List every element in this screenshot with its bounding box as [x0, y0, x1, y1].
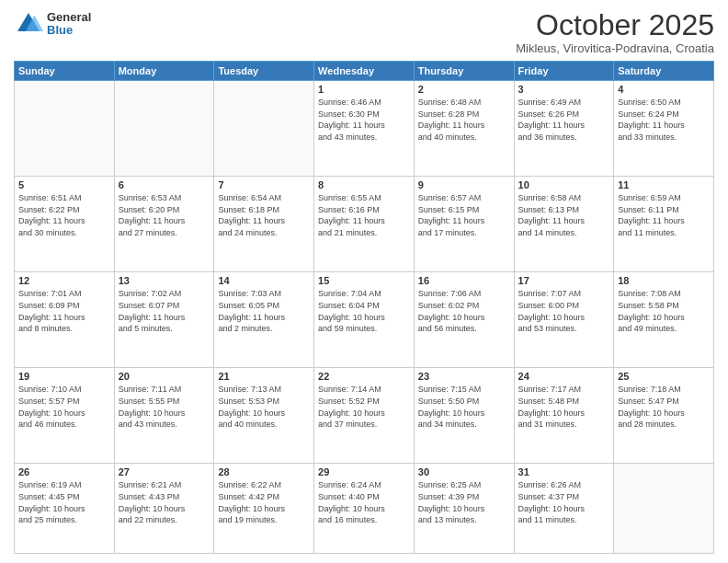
- day-number: 5: [18, 179, 110, 190]
- day-number: 6: [119, 179, 210, 190]
- day-info: Sunrise: 6:46 AM Sunset: 6:30 PM Dayligh…: [318, 97, 410, 143]
- table-row: 20Sunrise: 7:11 AM Sunset: 5:55 PM Dayli…: [114, 368, 214, 464]
- day-info: Sunrise: 7:03 AM Sunset: 6:05 PM Dayligh…: [218, 288, 310, 334]
- logo-general-text: General: [47, 11, 91, 24]
- col-saturday: Saturday: [614, 62, 714, 81]
- location: Mikleus, Virovitica-Podravina, Croatia: [516, 41, 714, 55]
- table-row: 21Sunrise: 7:13 AM Sunset: 5:53 PM Dayli…: [214, 368, 314, 464]
- day-number: 7: [218, 179, 310, 190]
- day-number: 27: [119, 466, 210, 477]
- day-info: Sunrise: 7:13 AM Sunset: 5:53 PM Dayligh…: [218, 384, 310, 430]
- day-number: 19: [18, 371, 110, 382]
- day-info: Sunrise: 7:08 AM Sunset: 5:58 PM Dayligh…: [618, 288, 710, 334]
- day-info: Sunrise: 7:11 AM Sunset: 5:55 PM Dayligh…: [119, 384, 210, 430]
- header: General Blue October 2025 Mikleus, Virov…: [14, 9, 714, 55]
- table-row: [15, 81, 115, 177]
- day-info: Sunrise: 6:53 AM Sunset: 6:20 PM Dayligh…: [119, 192, 210, 238]
- day-number: 21: [218, 371, 310, 382]
- day-number: 13: [119, 275, 210, 286]
- table-row: 11Sunrise: 6:59 AM Sunset: 6:11 PM Dayli…: [614, 177, 714, 272]
- table-row: 28Sunrise: 6:22 AM Sunset: 4:42 PM Dayli…: [214, 464, 314, 554]
- day-number: 11: [618, 179, 710, 190]
- table-row: 9Sunrise: 6:57 AM Sunset: 6:15 PM Daylig…: [414, 177, 514, 272]
- title-section: October 2025 Mikleus, Virovitica-Podravi…: [516, 9, 714, 55]
- day-info: Sunrise: 6:51 AM Sunset: 6:22 PM Dayligh…: [18, 192, 110, 238]
- table-row: 30Sunrise: 6:25 AM Sunset: 4:39 PM Dayli…: [414, 464, 514, 554]
- table-row: 4Sunrise: 6:50 AM Sunset: 6:24 PM Daylig…: [614, 81, 714, 177]
- logo-blue-text: Blue: [47, 24, 91, 37]
- day-info: Sunrise: 6:55 AM Sunset: 6:16 PM Dayligh…: [318, 192, 410, 238]
- col-monday: Monday: [114, 62, 214, 81]
- day-info: Sunrise: 6:21 AM Sunset: 4:43 PM Dayligh…: [119, 479, 210, 525]
- calendar: Sunday Monday Tuesday Wednesday Thursday…: [14, 61, 714, 554]
- day-info: Sunrise: 7:02 AM Sunset: 6:07 PM Dayligh…: [119, 288, 210, 334]
- table-row: 19Sunrise: 7:10 AM Sunset: 5:57 PM Dayli…: [15, 368, 115, 464]
- day-number: 20: [119, 371, 210, 382]
- table-row: 3Sunrise: 6:49 AM Sunset: 6:26 PM Daylig…: [514, 81, 614, 177]
- day-info: Sunrise: 7:10 AM Sunset: 5:57 PM Dayligh…: [18, 384, 110, 430]
- calendar-week-row: 5Sunrise: 6:51 AM Sunset: 6:22 PM Daylig…: [15, 177, 714, 272]
- day-number: 24: [518, 371, 610, 382]
- day-number: 4: [618, 84, 710, 95]
- table-row: [114, 81, 214, 177]
- day-info: Sunrise: 6:24 AM Sunset: 4:40 PM Dayligh…: [318, 479, 410, 525]
- day-number: 9: [418, 179, 510, 190]
- table-row: 16Sunrise: 7:06 AM Sunset: 6:02 PM Dayli…: [414, 272, 514, 368]
- day-info: Sunrise: 7:17 AM Sunset: 5:48 PM Dayligh…: [518, 384, 610, 430]
- day-info: Sunrise: 7:14 AM Sunset: 5:52 PM Dayligh…: [318, 384, 410, 430]
- day-number: 2: [418, 84, 510, 95]
- day-info: Sunrise: 6:57 AM Sunset: 6:15 PM Dayligh…: [418, 192, 510, 238]
- day-info: Sunrise: 6:22 AM Sunset: 4:42 PM Dayligh…: [218, 479, 310, 525]
- table-row: 25Sunrise: 7:18 AM Sunset: 5:47 PM Dayli…: [614, 368, 714, 464]
- table-row: 14Sunrise: 7:03 AM Sunset: 6:05 PM Dayli…: [214, 272, 314, 368]
- day-number: 29: [318, 466, 410, 477]
- calendar-header-row: Sunday Monday Tuesday Wednesday Thursday…: [15, 62, 714, 81]
- logo-text: General Blue: [47, 11, 91, 38]
- col-thursday: Thursday: [414, 62, 514, 81]
- day-info: Sunrise: 6:50 AM Sunset: 6:24 PM Dayligh…: [618, 97, 710, 143]
- calendar-week-row: 19Sunrise: 7:10 AM Sunset: 5:57 PM Dayli…: [15, 368, 714, 464]
- calendar-week-row: 26Sunrise: 6:19 AM Sunset: 4:45 PM Dayli…: [15, 464, 714, 554]
- day-info: Sunrise: 6:48 AM Sunset: 6:28 PM Dayligh…: [418, 97, 510, 143]
- day-info: Sunrise: 6:54 AM Sunset: 6:18 PM Dayligh…: [218, 192, 310, 238]
- col-friday: Friday: [514, 62, 614, 81]
- table-row: 23Sunrise: 7:15 AM Sunset: 5:50 PM Dayli…: [414, 368, 514, 464]
- table-row: 1Sunrise: 6:46 AM Sunset: 6:30 PM Daylig…: [314, 81, 415, 177]
- table-row: 24Sunrise: 7:17 AM Sunset: 5:48 PM Dayli…: [514, 368, 614, 464]
- table-row: [614, 464, 714, 554]
- table-row: 8Sunrise: 6:55 AM Sunset: 6:16 PM Daylig…: [314, 177, 415, 272]
- day-info: Sunrise: 7:01 AM Sunset: 6:09 PM Dayligh…: [18, 288, 110, 334]
- day-number: 15: [318, 275, 410, 286]
- table-row: 29Sunrise: 6:24 AM Sunset: 4:40 PM Dayli…: [314, 464, 415, 554]
- day-number: 28: [218, 466, 310, 477]
- day-number: 10: [518, 179, 610, 190]
- logo-icon: [14, 9, 43, 39]
- table-row: 31Sunrise: 6:26 AM Sunset: 4:37 PM Dayli…: [514, 464, 614, 554]
- table-row: 10Sunrise: 6:58 AM Sunset: 6:13 PM Dayli…: [514, 177, 614, 272]
- day-number: 22: [318, 371, 410, 382]
- day-info: Sunrise: 6:59 AM Sunset: 6:11 PM Dayligh…: [618, 192, 710, 238]
- col-wednesday: Wednesday: [314, 62, 415, 81]
- table-row: 26Sunrise: 6:19 AM Sunset: 4:45 PM Dayli…: [15, 464, 115, 554]
- day-number: 23: [418, 371, 510, 382]
- day-info: Sunrise: 6:19 AM Sunset: 4:45 PM Dayligh…: [18, 479, 110, 525]
- day-info: Sunrise: 6:26 AM Sunset: 4:37 PM Dayligh…: [518, 479, 610, 525]
- logo: General Blue: [14, 9, 91, 39]
- day-number: 14: [218, 275, 310, 286]
- day-number: 12: [18, 275, 110, 286]
- day-info: Sunrise: 6:58 AM Sunset: 6:13 PM Dayligh…: [518, 192, 610, 238]
- table-row: 13Sunrise: 7:02 AM Sunset: 6:07 PM Dayli…: [114, 272, 214, 368]
- calendar-week-row: 12Sunrise: 7:01 AM Sunset: 6:09 PM Dayli…: [15, 272, 714, 368]
- day-number: 17: [518, 275, 610, 286]
- day-info: Sunrise: 6:25 AM Sunset: 4:39 PM Dayligh…: [418, 479, 510, 525]
- calendar-week-row: 1Sunrise: 6:46 AM Sunset: 6:30 PM Daylig…: [15, 81, 714, 177]
- day-number: 3: [518, 84, 610, 95]
- table-row: 6Sunrise: 6:53 AM Sunset: 6:20 PM Daylig…: [114, 177, 214, 272]
- day-info: Sunrise: 7:06 AM Sunset: 6:02 PM Dayligh…: [418, 288, 510, 334]
- table-row: 5Sunrise: 6:51 AM Sunset: 6:22 PM Daylig…: [15, 177, 115, 272]
- day-info: Sunrise: 6:49 AM Sunset: 6:26 PM Dayligh…: [518, 97, 610, 143]
- table-row: 18Sunrise: 7:08 AM Sunset: 5:58 PM Dayli…: [614, 272, 714, 368]
- month-title: October 2025: [516, 9, 714, 41]
- day-number: 31: [518, 466, 610, 477]
- table-row: 7Sunrise: 6:54 AM Sunset: 6:18 PM Daylig…: [214, 177, 314, 272]
